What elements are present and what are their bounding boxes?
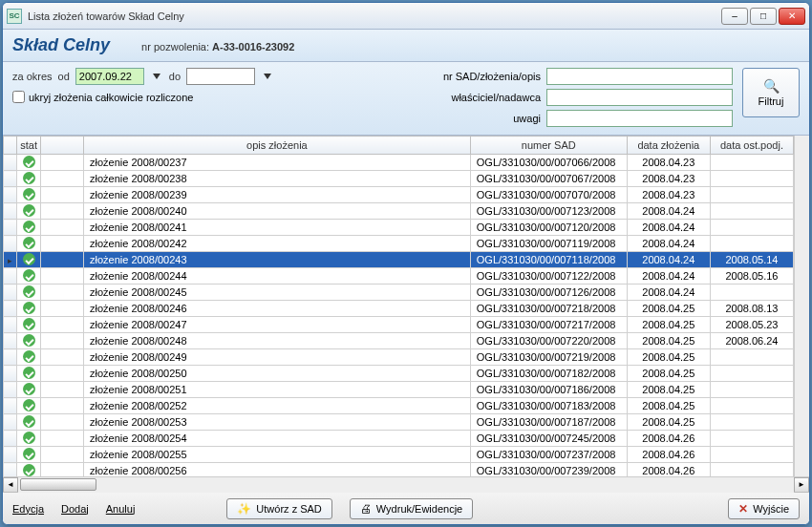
data-ost-podj-cell — [710, 463, 793, 477]
table-row[interactable]: złożenie 2008/00244OGL/331030/00/007122/… — [4, 268, 794, 285]
row-indicator — [4, 349, 17, 366]
table-row[interactable]: złożenie 2008/00237OGL/331030/00/007066/… — [4, 155, 794, 171]
vertical-scrollbar[interactable] — [794, 136, 809, 476]
horizontal-scrollbar[interactable]: ◄ ► — [3, 476, 809, 492]
status-cell — [17, 447, 41, 463]
opis-cell: złożenie 2008/00245 — [84, 285, 471, 301]
to-date-input[interactable] — [186, 68, 255, 85]
table-row[interactable]: złożenie 2008/00248OGL/331030/00/007220/… — [4, 333, 794, 349]
status-cell — [17, 285, 41, 301]
data-zlozenia-cell: 2008.04.26 — [627, 447, 710, 463]
data-zlozenia-cell: 2008.04.23 — [627, 155, 710, 171]
row-indicator — [4, 236, 17, 252]
scroll-right-icon[interactable]: ► — [794, 477, 809, 493]
data-ost-podj-cell — [710, 398, 793, 414]
table-row[interactable]: złożenie 2008/00239OGL/331030/00/007070/… — [4, 187, 794, 203]
scroll-left-icon[interactable]: ◄ — [3, 477, 18, 493]
status-ok-icon — [23, 204, 35, 217]
from-date-input[interactable] — [75, 68, 144, 85]
col-stat[interactable]: stat — [17, 137, 41, 155]
filter-button[interactable]: 🔍 Filtruj — [742, 68, 800, 117]
col-data-ost-podj[interactable]: data ost.podj. — [710, 137, 793, 155]
data-grid[interactable]: stat opis złożenia numer SAD data złożen… — [3, 136, 794, 476]
sad-cell: OGL/331030/00/007220/2008 — [470, 333, 627, 349]
sad-cell: OGL/331030/00/007219/2008 — [470, 349, 627, 366]
data-ost-podj-cell: 2008.06.24 — [710, 333, 793, 349]
data-zlozenia-cell: 2008.04.26 — [627, 463, 710, 477]
data-ost-podj-cell — [710, 220, 793, 236]
opis-cell: złożenie 2008/00237 — [84, 155, 471, 171]
table-row[interactable]: złożenie 2008/00240OGL/331030/00/007123/… — [4, 203, 794, 220]
table-row[interactable]: złożenie 2008/00245OGL/331030/00/007126/… — [4, 285, 794, 301]
opis-cell: złożenie 2008/00243 — [84, 252, 471, 268]
data-zlozenia-cell: 2008.04.23 — [627, 187, 710, 203]
data-ost-podj-cell — [710, 431, 793, 447]
period-label: za okres — [12, 71, 53, 82]
status-ok-icon — [23, 383, 35, 395]
blank-cell — [40, 268, 83, 285]
edit-link[interactable]: Edycja — [12, 503, 44, 515]
blank-cell — [40, 236, 83, 252]
close-button[interactable]: ✕ — [779, 8, 805, 25]
sad-cell: OGL/331030/00/007126/2008 — [470, 285, 627, 301]
row-indicator — [4, 155, 17, 171]
table-row[interactable]: złożenie 2008/00253OGL/331030/00/007187/… — [4, 414, 794, 431]
table-row[interactable]: złożenie 2008/00243OGL/331030/00/007118/… — [4, 252, 794, 268]
from-date-dropdown-icon[interactable] — [150, 70, 163, 83]
table-row[interactable]: złożenie 2008/00238OGL/331030/00/007067/… — [4, 171, 794, 187]
permit-label: nr pozwolenia: — [141, 41, 209, 53]
sad-cell: OGL/331030/00/007182/2008 — [470, 366, 627, 382]
exit-button[interactable]: ✕ Wyjście — [728, 498, 800, 519]
table-row[interactable]: złożenie 2008/00249OGL/331030/00/007219/… — [4, 349, 794, 366]
sad-cell: OGL/331030/00/007217/2008 — [470, 317, 627, 333]
row-indicator — [4, 382, 17, 398]
add-link[interactable]: Dodaj — [61, 503, 89, 515]
to-date-dropdown-icon[interactable] — [261, 70, 274, 83]
table-row[interactable]: złożenie 2008/00250OGL/331030/00/007182/… — [4, 366, 794, 382]
col-sad[interactable]: numer SAD — [470, 137, 627, 155]
table-row[interactable]: złożenie 2008/00252OGL/331030/00/007183/… — [4, 398, 794, 414]
remarks-input[interactable] — [546, 110, 733, 127]
create-from-sad-button[interactable]: ✨ Utwórz z SAD — [226, 498, 331, 519]
col-blank[interactable] — [40, 137, 83, 155]
scroll-thumb[interactable] — [20, 478, 96, 491]
owner-input[interactable] — [546, 89, 733, 106]
blank-cell — [40, 301, 83, 317]
blank-cell — [40, 447, 83, 463]
hide-settled-checkbox[interactable] — [12, 91, 25, 103]
col-rowhead — [4, 137, 17, 155]
table-row[interactable]: złożenie 2008/00246OGL/331030/00/007218/… — [4, 301, 794, 317]
titlebar: SC Lista złożeń towarów Skład Celny – □ … — [3, 3, 809, 30]
table-row[interactable]: złożenie 2008/00247OGL/331030/00/007217/… — [4, 317, 794, 333]
status-cell — [17, 317, 41, 333]
col-data-zlozenia[interactable]: data złożenia — [627, 137, 710, 155]
opis-cell: złożenie 2008/00238 — [84, 171, 471, 187]
maximize-button[interactable]: □ — [750, 8, 777, 25]
row-indicator — [4, 333, 17, 349]
scroll-track[interactable] — [18, 477, 794, 493]
table-row[interactable]: złożenie 2008/00251OGL/331030/00/007186/… — [4, 382, 794, 398]
sad-label: nr SAD/złożenia/opis — [407, 71, 541, 82]
data-ost-podj-cell — [710, 203, 793, 220]
table-row[interactable]: złożenie 2008/00242OGL/331030/00/007119/… — [4, 236, 794, 252]
table-row[interactable]: złożenie 2008/00255OGL/331030/00/007237/… — [4, 447, 794, 463]
table-row[interactable]: złożenie 2008/00241OGL/331030/00/007120/… — [4, 220, 794, 236]
footer: Edycja Dodaj Anuluj ✨ Utwórz z SAD 🖨 Wyd… — [3, 492, 809, 524]
sad-cell: OGL/331030/00/007066/2008 — [470, 155, 627, 171]
status-cell — [17, 398, 41, 414]
table-row[interactable]: złożenie 2008/00254OGL/331030/00/007245/… — [4, 431, 794, 447]
sad-input[interactable] — [546, 68, 733, 85]
data-ost-podj-cell: 2008.05.23 — [710, 317, 793, 333]
print-button[interactable]: 🖨 Wydruk/Ewidencje — [350, 498, 473, 519]
table-row[interactable]: złożenie 2008/00256OGL/331030/00/007239/… — [4, 463, 794, 477]
data-zlozenia-cell: 2008.04.26 — [627, 431, 710, 447]
row-indicator — [4, 203, 17, 220]
binoculars-icon: 🔍 — [763, 78, 780, 94]
sad-cell: OGL/331030/00/007119/2008 — [470, 236, 627, 252]
blank-cell — [40, 203, 83, 220]
exit-label: Wyjście — [753, 503, 789, 515]
col-opis[interactable]: opis złożenia — [84, 137, 471, 155]
row-indicator — [4, 285, 17, 301]
minimize-button[interactable]: – — [721, 8, 748, 25]
cancel-link[interactable]: Anuluj — [106, 503, 136, 515]
